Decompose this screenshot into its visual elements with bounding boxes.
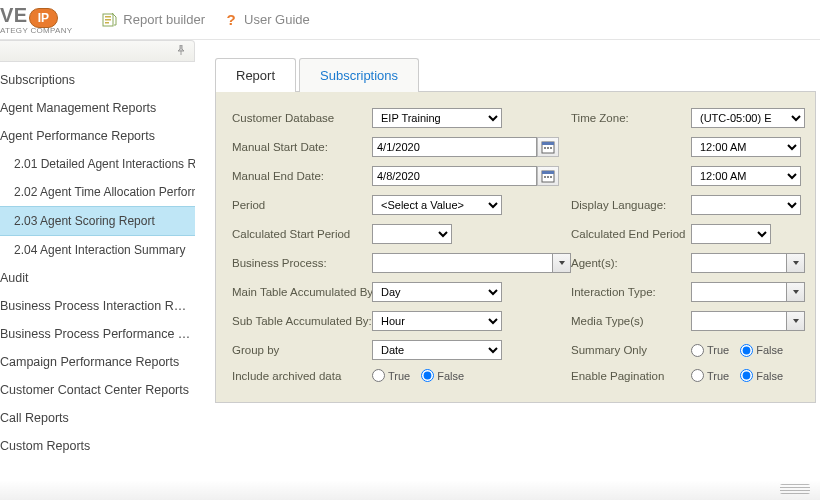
label-start-date: Manual Start Date: [232,141,372,153]
radio-pagination-false[interactable] [740,369,753,382]
report-form-panel: Customer Database EIP Training Time Zone… [215,92,816,403]
sidebar-item-bp-interaction[interactable]: Business Process Interaction Reports [0,292,195,320]
svg-rect-11 [544,176,546,178]
select-timezone[interactable]: (UTC-05:00) Eastern Time (US & Canada) [691,108,805,128]
sidebar-header [0,40,195,62]
sidebar-item-bp-performance[interactable]: Business Process Performance Reports [0,320,195,348]
logo-text: VE [0,4,28,26]
combo-agents[interactable] [691,253,787,273]
tabs: Report Subscriptions [215,58,816,92]
user-guide-link[interactable]: ? User Guide [223,12,310,28]
help-icon: ? [223,12,239,28]
input-start-date[interactable] [372,137,537,157]
radio-summary-only: True False [691,344,805,357]
sidebar-list: Subscriptions Agent Management Reports A… [0,62,195,460]
label-group-by: Group by [232,344,372,356]
sidebar-item-agent-perf[interactable]: Agent Performance Reports [0,122,195,150]
main-content: Report Subscriptions Customer Database E… [195,40,820,500]
label-end-date: Manual End Date: [232,170,372,182]
sidebar: Subscriptions Agent Management Reports A… [0,40,195,500]
combo-interaction-type[interactable] [691,282,787,302]
tab-subscriptions[interactable]: Subscriptions [299,58,419,92]
combo-media-types[interactable] [691,311,787,331]
sidebar-child-201[interactable]: 2.01 Detailed Agent Interactions Report [0,150,195,178]
user-guide-label: User Guide [244,12,310,27]
label-agents: Agent(s): [571,257,691,269]
label-calc-start: Calculated Start Period [232,228,372,240]
logo: VEIP ATEGY COMPANY [0,4,84,35]
report-builder-label: Report builder [123,12,205,27]
select-calc-start[interactable] [372,224,452,244]
svg-rect-3 [105,22,109,24]
resize-handle[interactable] [780,484,810,494]
chevron-down-icon[interactable] [787,282,805,302]
sidebar-item-custom[interactable]: Custom Reports [0,432,195,460]
input-end-date[interactable] [372,166,537,186]
sidebar-item-subscriptions[interactable]: Subscriptions [0,66,195,94]
svg-rect-5 [542,142,554,145]
sidebar-child-203[interactable]: 2.03 Agent Scoring Report [0,206,195,236]
select-group-by[interactable]: Date [372,340,502,360]
select-calc-end[interactable] [691,224,771,244]
label-period: Period [232,199,372,211]
radio-summary-false[interactable] [740,344,753,357]
svg-rect-8 [550,147,552,149]
radio-archived: True False [372,369,571,382]
radio-archived-true[interactable] [372,369,385,382]
select-display-lang[interactable] [691,195,801,215]
label-interaction-type: Interaction Type: [571,286,691,298]
label-business-process: Business Process: [232,257,372,269]
select-main-acc[interactable]: Day [372,282,502,302]
select-start-time[interactable]: 12:00 AM [691,137,801,157]
radio-pagination-true[interactable] [691,369,704,382]
sidebar-item-audit[interactable]: Audit [0,264,195,292]
report-builder-link[interactable]: Report builder [102,12,205,28]
select-sub-acc[interactable]: Hour [372,311,502,331]
pin-icon[interactable] [176,44,186,58]
calendar-icon[interactable] [537,137,559,157]
label-sub-acc: Sub Table Accumulated By: [232,315,372,327]
label-pagination: Enable Pagination [571,370,691,382]
select-customer-db[interactable]: EIP Training [372,108,502,128]
svg-rect-10 [542,171,554,174]
svg-rect-6 [544,147,546,149]
top-bar: VEIP ATEGY COMPANY Report builder ? User… [0,0,820,40]
sidebar-item-campaign[interactable]: Campaign Performance Reports [0,348,195,376]
label-display-lang: Display Language: [571,199,691,211]
label-customer-db: Customer Database [232,112,372,124]
svg-rect-12 [547,176,549,178]
svg-rect-2 [105,19,111,21]
radio-summary-true[interactable] [691,344,704,357]
label-timezone: Time Zone: [571,112,691,124]
sidebar-child-202[interactable]: 2.02 Agent Time Allocation Performance [0,178,195,206]
select-end-time[interactable]: 12:00 AM [691,166,801,186]
label-main-acc: Main Table Accumulated By: [232,286,372,298]
radio-archived-false[interactable] [421,369,434,382]
sidebar-child-204[interactable]: 2.04 Agent Interaction Summary [0,236,195,264]
chevron-down-icon[interactable] [553,253,571,273]
report-builder-icon [102,12,118,28]
chevron-down-icon[interactable] [787,311,805,331]
sidebar-item-call[interactable]: Call Reports [0,404,195,432]
label-summary-only: Summary Only [571,344,691,356]
svg-rect-1 [105,16,111,18]
select-period[interactable]: <Select a Value> [372,195,502,215]
sidebar-item-agent-mgmt[interactable]: Agent Management Reports [0,94,195,122]
logo-subtext: ATEGY COMPANY [0,26,72,35]
svg-rect-7 [547,147,549,149]
label-archived: Include archived data [232,370,372,382]
logo-ip-badge: IP [29,8,58,28]
calendar-icon[interactable] [537,166,559,186]
svg-rect-13 [550,176,552,178]
label-media-types: Media Type(s) [571,315,691,327]
combo-business-process[interactable] [372,253,553,273]
label-calc-end: Calculated End Period [571,228,691,240]
sidebar-item-ccc[interactable]: Customer Contact Center Reports [0,376,195,404]
chevron-down-icon[interactable] [787,253,805,273]
radio-pagination: True False [691,369,805,382]
tab-report[interactable]: Report [215,58,296,92]
